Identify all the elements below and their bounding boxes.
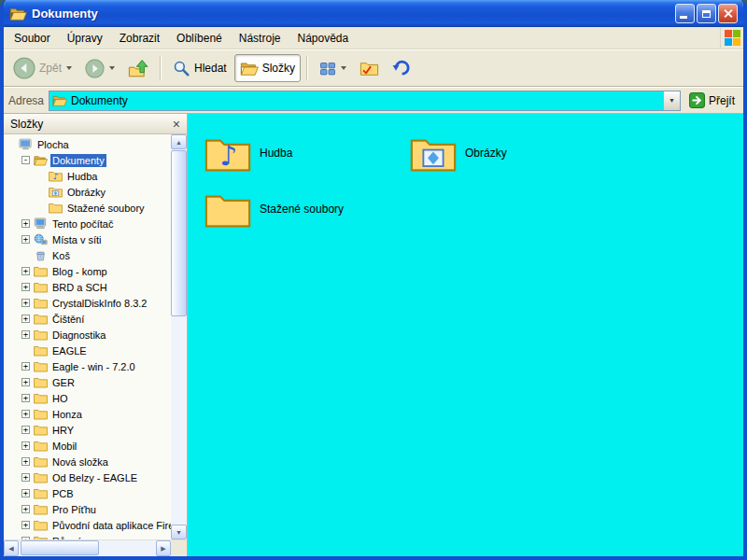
folder-mark-icon (359, 61, 379, 76)
tree-item[interactable]: Plocha (4, 136, 171, 152)
tree-item[interactable]: +Tento počítač (4, 216, 171, 231)
forward-button[interactable] (79, 54, 120, 82)
minimize-button[interactable] (675, 4, 695, 23)
menu-bar: SouborÚpravyZobrazitOblíbenéNástrojeNápo… (4, 27, 743, 49)
menu-item-pravy[interactable]: Úpravy (59, 28, 111, 49)
tree-item-label: Blog - komp (50, 265, 109, 278)
tree-item-label: Koš (50, 249, 72, 262)
tree-item-label: Pro Píťhu (50, 503, 98, 516)
menu-item-soubor[interactable]: Soubor (6, 28, 59, 49)
tree-expander-icon[interactable]: + (21, 299, 30, 307)
tree-expander-icon[interactable]: + (21, 315, 30, 323)
tree-item[interactable]: +PCB (4, 485, 171, 501)
horizontal-scroll-thumb[interactable] (21, 540, 99, 555)
menu-item-npovda[interactable]: Nápověda (289, 28, 357, 49)
tree-item[interactable]: +Blog - komp (4, 263, 171, 279)
tree-expander-icon[interactable]: + (21, 521, 30, 529)
tree-item[interactable]: Obrázky (4, 184, 171, 200)
tree-item[interactable]: +Eagle - win - 7.2.0 (4, 358, 171, 374)
tree-expander-icon[interactable]: + (21, 267, 30, 275)
tree-item[interactable]: +Pro Píťhu (4, 501, 171, 517)
tree-expander-icon[interactable]: + (21, 426, 30, 434)
up-button[interactable] (122, 54, 154, 82)
file-item[interactable]: ♪Hudba (204, 125, 410, 181)
vertical-scroll-track[interactable] (171, 149, 187, 525)
minimize-icon (680, 16, 687, 19)
tree-expander-icon[interactable]: + (21, 457, 30, 466)
scroll-down-icon[interactable]: ▼ (171, 525, 187, 539)
tree-item-label: Mobil (50, 440, 78, 453)
back-button-label: Zpět (39, 62, 62, 75)
tree-expander-icon[interactable]: + (21, 473, 30, 482)
tree-item[interactable]: +HO (4, 390, 171, 406)
tree-item[interactable]: +HRY (4, 422, 171, 438)
menu-item-nstroje[interactable]: Nástroje (231, 28, 289, 49)
tree-item[interactable]: +Mobil (4, 438, 171, 454)
address-input[interactable]: Dokumenty ▼ (49, 91, 681, 111)
vertical-scrollbar[interactable]: ▲ ▼ (171, 134, 187, 539)
close-button[interactable] (718, 4, 738, 23)
windows-logo-icon (720, 28, 743, 49)
tree-expander-icon[interactable]: + (21, 394, 30, 402)
tree-item-label: Diagnostika (50, 329, 107, 342)
tree-item[interactable]: +GER (4, 374, 171, 390)
tree-item[interactable]: EAGLE (4, 343, 171, 358)
scroll-left-icon[interactable]: ◀ (4, 540, 19, 556)
views-button[interactable] (314, 54, 352, 82)
menu-item-zobrazit[interactable]: Zobrazit (111, 28, 168, 49)
tree-item[interactable]: Stažené soubory (4, 200, 171, 216)
file-item-label: Obrázky (465, 147, 507, 160)
back-button[interactable]: Zpět (7, 54, 78, 82)
folder-pictures-icon (410, 133, 457, 174)
tree-item[interactable]: Koš (4, 247, 171, 263)
search-button[interactable]: Hledat (167, 54, 233, 82)
tree-item[interactable]: +Diagnostika (4, 327, 171, 343)
maximize-button[interactable] (697, 4, 716, 23)
tree-expander-icon[interactable]: + (21, 283, 30, 291)
go-button[interactable]: Přejít (685, 92, 739, 108)
tree-item[interactable]: +Čištění (4, 311, 171, 327)
tree-item[interactable]: +BRD a SCH (4, 279, 171, 295)
file-item-label: Hudba (260, 147, 292, 160)
tree-expander-icon[interactable]: + (21, 330, 30, 339)
scroll-right-icon[interactable]: ▶ (156, 540, 171, 556)
desktop-icon (19, 138, 33, 150)
horizontal-scroll-track[interactable] (19, 540, 156, 556)
tree-item[interactable]: +Různé (4, 533, 171, 539)
tree-expander-icon[interactable]: + (21, 505, 30, 513)
files-area[interactable]: ♪HudbaObrázkyStažené soubory (188, 114, 743, 556)
tree-expander-icon[interactable]: + (21, 219, 30, 228)
folders-panel-header: Složky × (4, 114, 187, 134)
tree-item[interactable]: +Místa v síti (4, 231, 171, 247)
folder-icon (34, 440, 48, 452)
horizontal-scrollbar[interactable]: ◀ ▶ (4, 539, 187, 556)
scrollbar-corner (171, 540, 187, 556)
tree-item[interactable]: +Honza (4, 406, 171, 422)
computer-icon (34, 217, 48, 230)
tree-expander-icon[interactable]: + (21, 362, 30, 371)
file-item[interactable]: Stažené soubory (204, 181, 410, 237)
tree-expander-icon[interactable]: + (21, 489, 30, 497)
tree-item[interactable]: +Nová složka (4, 454, 171, 469)
folder-mark-button[interactable] (354, 54, 385, 82)
menu-item-oblben[interactable]: Oblíbené (168, 28, 231, 49)
tree-expander-icon[interactable]: + (21, 235, 30, 244)
tree-expander-icon[interactable]: + (21, 410, 30, 418)
vertical-scroll-thumb[interactable] (171, 150, 187, 316)
folders-button[interactable]: Složky (234, 54, 301, 82)
tree-item[interactable]: +Původní data aplikace Firefox (4, 517, 171, 533)
undo-button[interactable] (387, 54, 417, 82)
tree-expander-icon[interactable]: + (21, 441, 30, 450)
scroll-up-icon[interactable]: ▲ (171, 134, 187, 149)
toolbar: ZpětHledatSložky (4, 49, 743, 87)
close-panel-icon[interactable]: × (173, 118, 180, 131)
tree-item[interactable]: +Od Belzy - EAGLE (4, 469, 171, 485)
tree-item[interactable]: ♪Hudba (4, 168, 171, 184)
address-dropdown-button[interactable]: ▼ (663, 91, 680, 110)
tree-expander-icon[interactable]: + (21, 378, 30, 386)
title-bar[interactable]: Dokumenty (4, 0, 743, 27)
file-item[interactable]: Obrázky (410, 125, 615, 181)
tree-item[interactable]: +CrystalDiskInfo 8.3.2 (4, 295, 171, 311)
tree-item[interactable]: -Dokumenty (4, 152, 171, 168)
tree-expander-icon[interactable]: - (21, 156, 30, 164)
